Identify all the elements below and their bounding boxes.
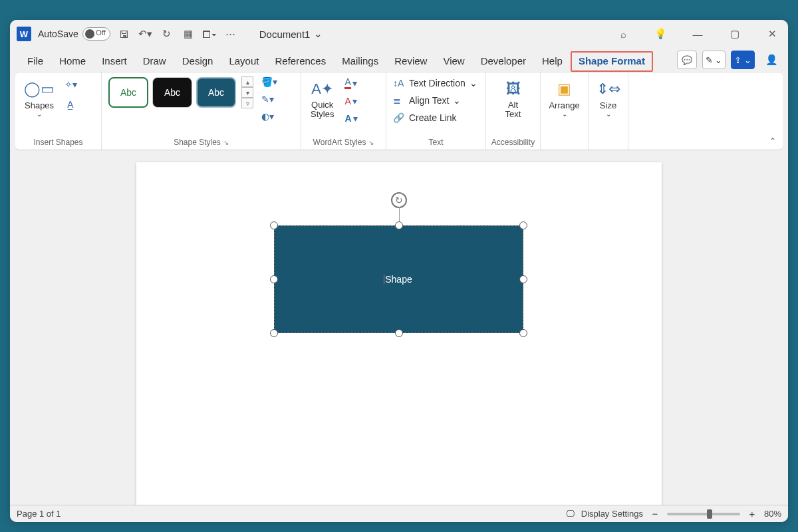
tab-mailings[interactable]: Mailings	[334, 51, 386, 72]
zoom-slider[interactable]	[667, 513, 740, 515]
shape-outline-button[interactable]: ✎▾	[261, 94, 277, 104]
arrange-icon: ▣	[553, 78, 576, 100]
group-label-insert-shapes: Insert Shapes	[22, 138, 94, 150]
minimize-button[interactable]: —	[688, 25, 707, 43]
group-label-shape-styles: Shape Styles	[174, 138, 221, 147]
qat-icon-2[interactable]: ⧠▾	[202, 27, 217, 41]
autosave-toggle[interactable]: AutoSave Off	[38, 27, 110, 41]
tab-help[interactable]: Help	[534, 51, 571, 72]
style-swatch-2[interactable]: Abc	[152, 77, 192, 108]
wordart-launcher[interactable]: ↘	[368, 139, 374, 146]
toggle-switch[interactable]: Off	[82, 27, 110, 41]
size-button[interactable]: ⇕⇔ Size ⌄	[595, 76, 622, 119]
tab-home[interactable]: Home	[51, 51, 94, 72]
group-size: ⇕⇔ Size ⌄	[589, 72, 628, 150]
document-page[interactable]: ↻ Shape	[136, 162, 662, 505]
tab-insert[interactable]: Insert	[94, 51, 135, 72]
save-icon[interactable]: 🖫	[117, 27, 132, 41]
resize-handle-tl[interactable]	[270, 221, 278, 229]
resize-handle-bl[interactable]	[270, 329, 278, 337]
collapse-ribbon-button[interactable]: ⌃	[769, 136, 776, 146]
alt-text-button[interactable]: 🖼 Alt Text	[499, 76, 527, 121]
group-text: ↕AText Direction ⌄ ≣Align Text ⌄ 🔗Create…	[386, 72, 486, 150]
text-direction-button[interactable]: ↕AText Direction ⌄	[393, 76, 477, 90]
quick-styles-icon: A✦	[311, 78, 334, 100]
group-label-wordart: WordArt Styles	[313, 138, 366, 147]
gallery-scroll-up[interactable]: ▴	[241, 76, 253, 87]
create-link-button[interactable]: 🔗Create Link	[393, 111, 457, 124]
size-icon: ⇕⇔	[597, 78, 620, 100]
group-label-text: Text	[393, 138, 479, 150]
display-settings-button[interactable]: Display Settings	[581, 509, 643, 519]
tab-view[interactable]: View	[435, 51, 472, 72]
display-settings-icon[interactable]: 🖵	[566, 509, 575, 519]
gallery-scroll-down[interactable]: ▾	[241, 87, 253, 98]
tab-layout[interactable]: Layout	[221, 51, 267, 72]
group-shape-styles: Abc Abc Abc ▴ ▾ ▿ 🪣▾ ✎▾ ◐▾ Shape Styles …	[102, 72, 301, 150]
style-swatch-3[interactable]: Abc	[196, 77, 236, 108]
document-area[interactable]: ↻ Shape	[10, 150, 788, 505]
tab-design[interactable]: Design	[174, 51, 221, 72]
redo-icon[interactable]: ↻	[160, 27, 174, 41]
page-indicator[interactable]: Page 1 of 1	[17, 509, 61, 519]
shape-fill-button[interactable]: 🪣▾	[261, 76, 277, 87]
comments-button[interactable]: 💬	[677, 51, 697, 69]
gallery-more[interactable]: ▿	[241, 98, 253, 108]
zoom-thumb[interactable]	[707, 509, 712, 519]
shapes-icon: ◯▭	[28, 78, 51, 100]
app-window: W AutoSave Off 🖫 ↶▾ ↻ ▦ ⧠▾ ⋯ Document1 ⌄…	[10, 20, 788, 522]
text-fill-button[interactable]: A▾	[344, 76, 357, 89]
resize-handle-r[interactable]	[519, 275, 527, 283]
search-icon[interactable]: ⌕	[614, 25, 632, 43]
chevron-down-icon: ⌄	[606, 110, 611, 118]
status-bar: Page 1 of 1 🖵 Display Settings − + 80%	[10, 505, 788, 522]
style-swatch-1[interactable]: Abc	[108, 77, 148, 108]
chevron-down-icon: ⌄	[314, 28, 323, 40]
quick-styles-button[interactable]: A✦ Quick Styles	[308, 76, 336, 121]
word-app-icon: W	[17, 27, 31, 41]
tab-developer[interactable]: Developer	[473, 51, 534, 72]
align-text-icon: ≣	[393, 95, 405, 106]
qat-more-icon[interactable]: ⋯	[223, 27, 238, 41]
title-bar: W AutoSave Off 🖫 ↶▾ ↻ ▦ ⧠▾ ⋯ Document1 ⌄…	[10, 20, 788, 48]
maximize-button[interactable]: ▢	[726, 25, 744, 43]
text-effects-button[interactable]: A▾	[344, 113, 357, 124]
document-title[interactable]: Document1 ⌄	[259, 28, 323, 40]
editing-mode-button[interactable]: ✎ ⌄	[702, 51, 726, 69]
tab-shape-format[interactable]: Shape Format	[571, 51, 653, 72]
selected-shape[interactable]: ↻ Shape	[274, 225, 523, 333]
tab-file[interactable]: File	[19, 51, 51, 72]
alt-text-icon: 🖼	[502, 78, 525, 100]
zoom-in-button[interactable]: +	[747, 508, 757, 519]
tab-references[interactable]: References	[267, 51, 334, 72]
tab-draw[interactable]: Draw	[135, 51, 174, 72]
share-button[interactable]: ⇪ ⌄	[731, 51, 755, 69]
tab-review[interactable]: Review	[386, 51, 435, 72]
undo-icon[interactable]: ↶▾	[138, 27, 153, 41]
shape-style-gallery[interactable]: Abc Abc Abc ▴ ▾ ▿	[108, 76, 253, 108]
resize-handle-l[interactable]	[270, 275, 278, 283]
resize-handle-br[interactable]	[519, 329, 527, 337]
rotation-handle[interactable]: ↻	[391, 192, 407, 208]
shape-effects-button[interactable]: ◐▾	[261, 111, 277, 122]
qat-icon-1[interactable]: ▦	[181, 27, 196, 41]
align-text-button[interactable]: ≣Align Text ⌄	[393, 94, 461, 107]
link-icon: 🔗	[393, 112, 405, 123]
resize-handle-t[interactable]	[395, 221, 403, 229]
text-outline-button[interactable]: A▾	[344, 96, 357, 106]
arrange-button[interactable]: ▣ Arrange ⌄	[546, 76, 582, 119]
resize-handle-b[interactable]	[395, 329, 403, 337]
zoom-out-button[interactable]: −	[650, 508, 660, 519]
shapes-gallery-button[interactable]: ◯▭ Shapes ⌄	[22, 76, 57, 119]
ribbon: ◯▭ Shapes ⌄ ✧▾ A̲ Insert Shapes Abc Abc …	[15, 72, 783, 150]
text-box-button[interactable]: A̲	[61, 96, 80, 112]
autosave-label: AutoSave	[38, 29, 78, 39]
shape-styles-launcher[interactable]: ↘	[223, 139, 229, 146]
close-button[interactable]: ✕	[763, 25, 781, 43]
edit-shape-button[interactable]: ✧▾	[61, 76, 80, 92]
resize-handle-tr[interactable]	[519, 221, 527, 229]
zoom-percent[interactable]: 80%	[764, 509, 781, 519]
account-icon[interactable]: 👤	[764, 53, 779, 67]
text-direction-icon: ↕A	[393, 78, 405, 88]
lightbulb-icon[interactable]: 💡	[651, 25, 670, 43]
